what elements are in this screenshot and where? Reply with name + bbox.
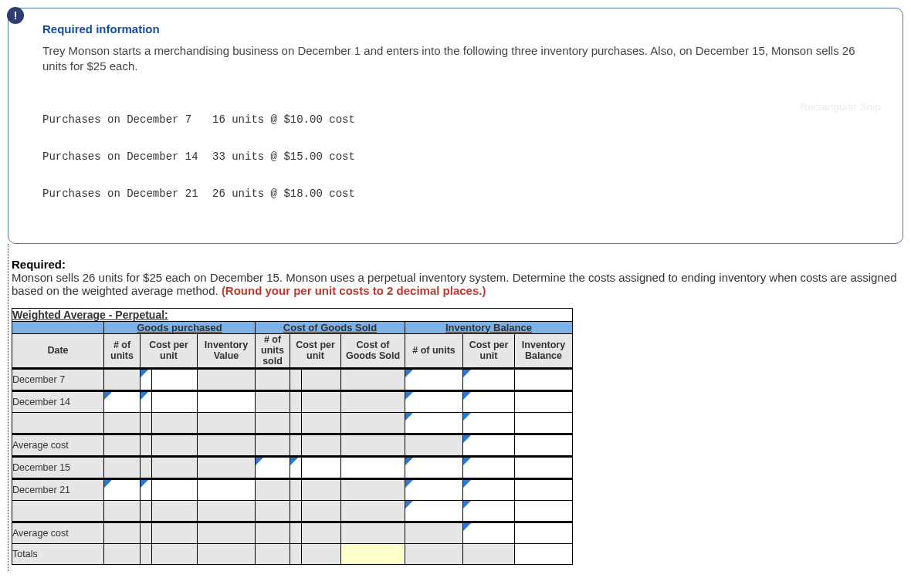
input-cell[interactable]: [463, 434, 515, 456]
input-cell[interactable]: [152, 390, 198, 412]
required-section: Required: Monson sells 26 units for $25 …: [12, 258, 911, 297]
input-cell[interactable]: [152, 368, 198, 390]
date-cell: Average cost: [12, 434, 104, 456]
input-cell[interactable]: [302, 368, 341, 390]
date-cell: December 7: [12, 368, 104, 390]
input-cell[interactable]: [290, 368, 302, 390]
input-cell[interactable]: [463, 390, 515, 412]
col-g-units: # of units: [104, 333, 141, 368]
input-cell[interactable]: [515, 478, 573, 500]
input-cell[interactable]: [152, 478, 198, 500]
input-cell[interactable]: [104, 478, 141, 500]
input-cell[interactable]: [515, 500, 573, 522]
input-cell[interactable]: [141, 478, 152, 500]
group-header-cogs: Cost of Goods Sold: [256, 321, 405, 333]
input-cell[interactable]: [198, 368, 256, 390]
purchase-row-detail: 26 units @ $18.00 cost: [212, 188, 355, 200]
purchase-row-label: Purchases on December 21: [42, 188, 212, 200]
input-cell[interactable]: [463, 456, 515, 478]
input-cell[interactable]: [515, 368, 573, 390]
col-b-bal: Inventory Balance: [515, 333, 573, 368]
input-cell[interactable]: [405, 500, 463, 522]
input-cell[interactable]: [515, 412, 573, 434]
purchase-list: Purchases on December 716 units @ $10.00…: [42, 89, 872, 225]
col-g-cpu: Cost per unit: [141, 333, 198, 368]
required-label: Required:: [12, 258, 66, 271]
input-cell[interactable]: [256, 368, 290, 390]
table-title: Weighted Average - Perpetual:: [12, 308, 573, 321]
input-cell[interactable]: [515, 456, 573, 478]
input-cell[interactable]: [515, 434, 573, 456]
input-cell[interactable]: [463, 412, 515, 434]
col-s-units: # of units sold: [256, 333, 290, 368]
purchase-row-detail: 33 units @ $15.00 cost: [212, 150, 355, 163]
required-information-box: ! Required information Trey Monson start…: [8, 8, 903, 244]
date-cell: December 14: [12, 390, 104, 412]
col-b-units: # of units: [405, 333, 463, 368]
input-cell[interactable]: [141, 390, 152, 412]
date-cell: December 21: [12, 478, 104, 500]
col-s-cogs: Cost of Goods Sold: [341, 333, 405, 368]
col-s-cpu: Cost per unit: [290, 333, 341, 368]
col-date: Date: [12, 333, 104, 368]
weighted-average-table: Weighted Average - Perpetual: Goods purc…: [12, 308, 573, 565]
date-cell: Average cost: [12, 522, 104, 543]
col-b-cpu: Cost per unit: [463, 333, 515, 368]
group-header-balance: Inventory Balance: [405, 321, 573, 333]
date-cell: Totals: [12, 543, 104, 564]
group-header-goods: Goods purchased: [104, 321, 256, 333]
totals-cogs-cell[interactable]: [341, 543, 405, 564]
date-cell: [12, 500, 104, 522]
input-cell[interactable]: [405, 412, 463, 434]
input-cell[interactable]: [256, 456, 290, 478]
input-cell[interactable]: [463, 500, 515, 522]
input-cell[interactable]: [302, 456, 341, 478]
input-cell[interactable]: [405, 390, 463, 412]
purchase-row-label: Purchases on December 7: [42, 113, 212, 126]
input-cell[interactable]: [104, 390, 141, 412]
input-cell[interactable]: [515, 390, 573, 412]
input-cell[interactable]: [405, 368, 463, 390]
input-cell[interactable]: [341, 456, 405, 478]
totals-balance-cell[interactable]: [515, 543, 573, 564]
required-note: (Round your per unit costs to 2 decimal …: [222, 284, 486, 297]
purchase-row-label: Purchases on December 14: [42, 150, 212, 163]
input-cell[interactable]: [463, 522, 515, 543]
input-cell[interactable]: [405, 456, 463, 478]
intro-paragraph: Trey Monson starts a merchandising busin…: [42, 43, 872, 75]
alert-icon: !: [7, 7, 24, 24]
input-cell[interactable]: [141, 368, 152, 390]
input-cell[interactable]: [198, 478, 256, 500]
date-cell: [12, 412, 104, 434]
input-cell[interactable]: [104, 368, 141, 390]
input-cell[interactable]: [198, 390, 256, 412]
input-cell[interactable]: [405, 478, 463, 500]
col-g-inv: Inventory Value: [198, 333, 256, 368]
required-information-header: Required information: [42, 22, 872, 35]
input-cell[interactable]: [515, 522, 573, 543]
input-cell[interactable]: [290, 456, 302, 478]
input-cell[interactable]: [463, 368, 515, 390]
purchase-row-detail: 16 units @ $10.00 cost: [212, 113, 355, 126]
date-cell: December 15: [12, 456, 104, 478]
input-cell[interactable]: [463, 478, 515, 500]
